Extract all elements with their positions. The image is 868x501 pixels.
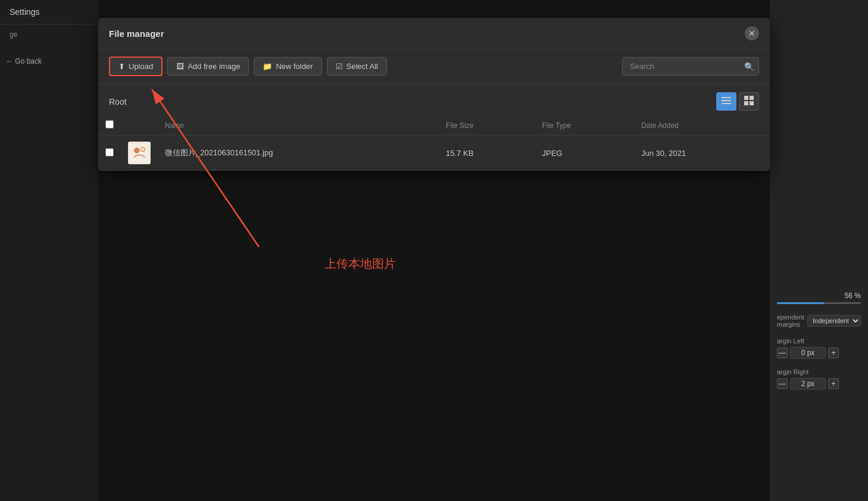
row-file-date: Jun 30, 2021	[634, 136, 770, 171]
page-label: ge	[0, 24, 98, 45]
search-icon: 🔍	[744, 62, 754, 71]
svg-rect-0	[722, 97, 731, 98]
percent-display: 56 %	[777, 292, 861, 304]
search-input[interactable]	[622, 57, 759, 76]
row-checkbox-cell	[98, 136, 121, 171]
svg-rect-1	[722, 100, 731, 101]
margin-right-item: argin Right — +	[777, 368, 861, 390]
svg-point-8	[135, 148, 139, 153]
margin-right-label: argin Right	[777, 368, 861, 375]
margins-label: ependent margins	[777, 314, 807, 328]
margin-left-input[interactable]	[790, 347, 826, 359]
file-table-body: 微信图片_20210630161501.jpg15.7 KBJPEGJun 30…	[98, 136, 770, 171]
col-checkbox	[98, 115, 121, 136]
margin-right-decrease[interactable]: —	[777, 378, 788, 389]
margins-select[interactable]: Independent	[807, 315, 861, 327]
upload-button[interactable]: ⬆ Upload	[109, 57, 163, 76]
table-header-row: Name File Size File Type Date Added	[98, 115, 770, 136]
row-file-type: JPEG	[535, 136, 635, 171]
margin-left-item: argin Left — +	[777, 337, 861, 359]
col-file-type: File Type	[535, 115, 635, 136]
annotation-text: 上传本地图片	[324, 256, 396, 272]
modal-close-button[interactable]: ✕	[745, 26, 759, 40]
slider-bar	[777, 302, 861, 304]
slider-row	[777, 302, 861, 304]
view-list-button[interactable]	[716, 92, 736, 111]
modal-overlay: File manager ✕ ⬆ Upload 🖼 Add free image…	[98, 0, 770, 501]
margin-left-label: argin Left	[777, 337, 861, 345]
svg-rect-3	[744, 96, 748, 100]
col-thumb	[121, 115, 158, 136]
col-date-added: Date Added	[634, 115, 770, 136]
margin-right-input[interactable]	[790, 378, 826, 390]
margin-left-row: — +	[777, 347, 861, 359]
file-thumbnail	[128, 142, 151, 164]
row-thumb-cell	[121, 136, 158, 171]
go-back-button[interactable]: ← Go back	[6, 57, 42, 65]
margin-right-row: — +	[777, 378, 861, 390]
folder-icon: 📁	[263, 62, 272, 71]
margin-left-increase[interactable]: +	[828, 347, 839, 358]
svg-rect-2	[722, 103, 731, 104]
col-file-size: File Size	[439, 115, 535, 136]
file-manager-modal: File manager ✕ ⬆ Upload 🖼 Add free image…	[98, 18, 770, 171]
breadcrumb-root: Root	[109, 97, 127, 107]
image-icon: 🖼	[176, 62, 184, 71]
svg-rect-4	[750, 96, 754, 100]
upload-icon: ⬆	[118, 62, 125, 71]
row-checkbox[interactable]	[105, 148, 114, 156]
modal-toolbar: ⬆ Upload 🖼 Add free image 📁 New folder ☑…	[98, 49, 770, 84]
view-grid-button[interactable]	[739, 92, 759, 111]
margin-left-decrease[interactable]: —	[777, 347, 788, 358]
modal-title: File manager	[109, 29, 164, 39]
file-table: Name File Size File Type Date Added	[98, 115, 770, 171]
right-panel: 56 % ependent margins Independent argin …	[770, 0, 868, 501]
new-folder-button[interactable]: 📁 New folder	[254, 57, 321, 76]
svg-rect-6	[750, 101, 754, 105]
settings-label: Settings	[0, 0, 98, 24]
margin-right-increase[interactable]: +	[828, 378, 839, 389]
grid-view-icon	[744, 96, 754, 107]
left-panel: Settings ← Go back ge	[0, 0, 98, 501]
svg-rect-7	[130, 143, 149, 162]
add-free-image-button[interactable]: 🖼 Add free image	[167, 57, 249, 76]
margins-row: ependent margins Independent	[777, 314, 861, 328]
margins-item: ependent margins Independent	[777, 314, 861, 328]
view-toggle	[716, 92, 759, 111]
row-file-name[interactable]: 微信图片_20210630161501.jpg	[158, 136, 439, 171]
percent-value: 56 %	[777, 292, 861, 300]
col-name: Name	[158, 115, 439, 136]
row-file-size: 15.7 KB	[439, 136, 535, 171]
checkbox-icon: ☑	[336, 62, 343, 71]
search-wrapper: 🔍	[622, 57, 759, 76]
search-icon-button[interactable]: 🔍	[744, 62, 754, 71]
modal-body: Root	[98, 84, 770, 171]
svg-rect-5	[744, 101, 748, 105]
list-view-icon	[722, 96, 731, 107]
select-all-checkbox[interactable]	[105, 120, 114, 129]
table-row: 微信图片_20210630161501.jpg15.7 KBJPEGJun 30…	[98, 136, 770, 171]
slider-fill	[777, 302, 824, 304]
modal-header: File manager ✕	[98, 18, 770, 49]
select-all-button[interactable]: ☑ Select All	[327, 57, 387, 76]
file-browser-header: Root	[98, 84, 770, 115]
